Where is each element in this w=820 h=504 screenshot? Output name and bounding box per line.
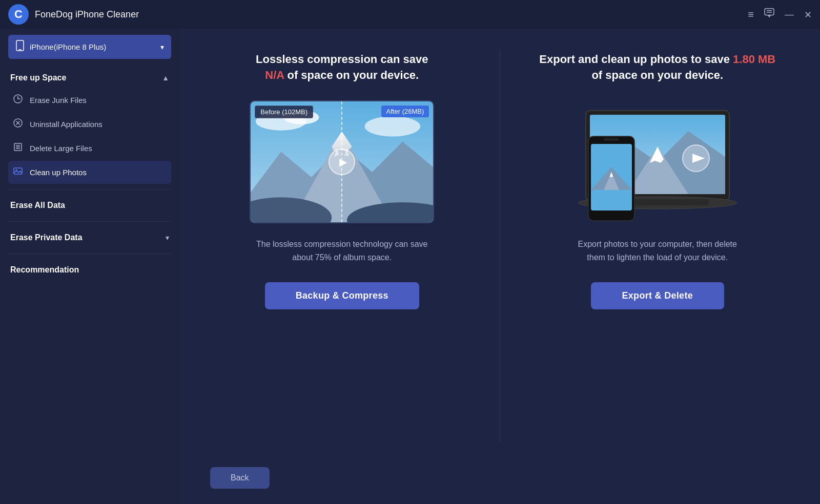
play-icon: ▶ <box>339 156 347 168</box>
clock-icon <box>12 94 24 107</box>
erase-junk-label: Erase Junk Files <box>30 96 87 104</box>
sidebar-item-erase-junk[interactable]: Erase Junk Files <box>8 89 171 112</box>
backup-compress-button[interactable]: Backup & Compress <box>265 282 419 309</box>
app-title: FoneDog iPhone Cleaner <box>35 9 139 20</box>
bottom-bar: Back <box>179 457 820 504</box>
before-label: Before (102MB) <box>255 106 313 118</box>
play-button[interactable]: ▶ <box>329 149 355 175</box>
app-logo: C <box>8 4 29 25</box>
svg-rect-7 <box>18 49 22 50</box>
left-heading-highlight: N/A <box>265 69 284 81</box>
left-panel: Lossless compression can save N/A of spa… <box>210 49 474 442</box>
back-button[interactable]: Back <box>210 467 270 489</box>
left-panel-heading: Lossless compression can save N/A of spa… <box>256 49 428 86</box>
content-main: Lossless compression can save N/A of spa… <box>179 29 820 457</box>
erase-all-data-label: Erase All Data <box>10 201 65 209</box>
left-heading-line2: of space on your device. <box>287 69 419 81</box>
device-selector[interactable]: iPhone(iPhone 8 Plus) ▾ <box>8 35 171 59</box>
right-heading-highlight: 1.80 MB <box>733 53 775 66</box>
left-panel-desc: The lossless compression technology can … <box>255 238 429 264</box>
phone-icon <box>15 40 25 54</box>
right-panel: Export and clean up photos to save 1.80 … <box>526 49 790 442</box>
right-panel-desc: Export photos to your computer, then del… <box>570 238 745 264</box>
right-heading-line2: of space on your device. <box>591 69 723 81</box>
sidebar-item-erase-all-data[interactable]: Erase All Data <box>0 194 179 217</box>
sidebar: iPhone(iPhone 8 Plus) ▾ Free up Space ▲ … <box>0 29 179 504</box>
sidebar-item-delete-large[interactable]: Delete Large Files <box>8 137 171 160</box>
erase-private-data-label: Erase Private Data <box>10 233 83 242</box>
sidebar-item-recommendation[interactable]: Recommendation <box>0 258 179 282</box>
chat-icon[interactable] <box>764 8 774 21</box>
export-image <box>560 100 755 223</box>
right-heading-line1: Export and clean up photos to save <box>539 53 730 66</box>
svg-marker-5 <box>768 15 771 18</box>
chevron-up-icon: ▲ <box>162 74 169 82</box>
svg-rect-18 <box>14 168 22 174</box>
chevron-down-icon-private: ▾ <box>166 234 169 242</box>
compression-image: Before (102MB) After (26MB) ▶ <box>250 100 434 223</box>
content-area: Lossless compression can save N/A of spa… <box>179 29 820 504</box>
window-controls: ≡ — ✕ <box>748 8 812 21</box>
sidebar-item-uninstall-apps[interactable]: Uninstall Applications <box>8 113 171 136</box>
photo-icon <box>12 166 24 179</box>
main-layout: iPhone(iPhone 8 Plus) ▾ Free up Space ▲ … <box>0 29 820 504</box>
minimize-icon[interactable]: — <box>785 9 794 20</box>
left-heading-text: Lossless compression can save N/A of spa… <box>256 52 428 83</box>
section-free-up-space: Free up Space ▲ Erase Junk Files <box>0 67 179 185</box>
device-name: iPhone(iPhone 8 Plus) <box>30 43 155 51</box>
sidebar-divider-2 <box>8 221 171 222</box>
sidebar-divider-1 <box>8 189 171 190</box>
device-mockup-svg <box>560 100 755 223</box>
recommendation-label: Recommendation <box>10 265 79 274</box>
file-icon <box>12 142 24 155</box>
svg-text:C: C <box>14 8 23 20</box>
title-bar: C FoneDog iPhone Cleaner ≡ — ✕ <box>0 0 820 29</box>
section-header-free-up-space[interactable]: Free up Space ▲ <box>8 67 171 89</box>
delete-large-label: Delete Large Files <box>30 144 92 153</box>
clean-photos-label: Clean up Photos <box>30 168 87 177</box>
svg-point-25 <box>365 116 421 137</box>
sidebar-item-clean-photos[interactable]: Clean up Photos <box>8 161 171 184</box>
menu-icon[interactable]: ≡ <box>748 9 754 20</box>
svg-rect-46 <box>604 138 619 141</box>
left-heading-line1: Lossless compression can save <box>256 53 428 66</box>
section-title-free-up-space: Free up Space <box>10 73 66 82</box>
uninstall-label: Uninstall Applications <box>30 120 102 129</box>
uninstall-icon <box>12 118 24 131</box>
right-panel-heading: Export and clean up photos to save 1.80 … <box>539 49 775 86</box>
sidebar-divider-3 <box>8 254 171 254</box>
after-label: After (26MB) <box>381 106 429 117</box>
chevron-down-icon: ▾ <box>160 43 164 51</box>
panel-divider <box>500 49 500 442</box>
sidebar-item-erase-private-data[interactable]: Erase Private Data ▾ <box>0 226 179 249</box>
close-icon[interactable]: ✕ <box>804 9 812 20</box>
svg-rect-2 <box>765 9 774 15</box>
right-heading-text: Export and clean up photos to save 1.80 … <box>539 52 775 83</box>
export-delete-button[interactable]: Export & Delete <box>591 282 724 309</box>
